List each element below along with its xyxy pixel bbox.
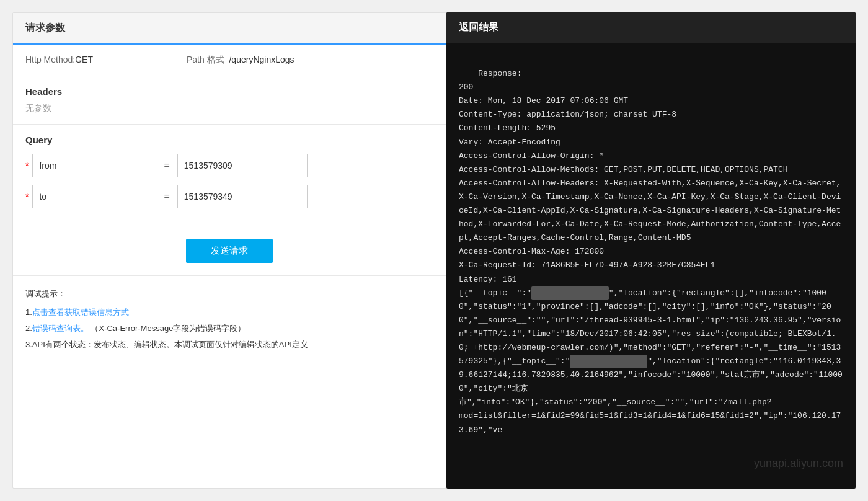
debug-item-3: 3.API有两个状态：发布状态、编辑状态。本调试页面仅针对编辑状态的API定义 [25, 337, 433, 353]
query-name-input-to[interactable] [32, 185, 156, 208]
method-path-row: Http Method:GET Path 格式 /queryNginxLogs [13, 45, 446, 76]
right-panel: 返回结果 Response: 200 Date: Mon, 18 Dec 201… [446, 12, 856, 489]
query-value-input-to[interactable] [177, 185, 308, 208]
no-params-label: 无参数 [25, 103, 433, 114]
debug-title: 调试提示： [25, 286, 433, 302]
debug-text-2: （X-Ca-Error-Message字段为错误码字段） [89, 324, 246, 333]
method-label: Http Method: [25, 55, 75, 64]
blurred-1: ████████████████ [531, 286, 609, 300]
result-content[interactable]: Response: 200 Date: Mon, 18 Dec 2017 07:… [446, 43, 856, 489]
result-title-bar: 返回结果 [446, 12, 856, 43]
blurred-2: ████████████████ [570, 355, 647, 368]
required-star-to: * [25, 192, 29, 202]
debug-item-2: 2.错误码查询表。 （X-Ca-Error-Message字段为错误码字段） [25, 321, 433, 337]
section-title-bar: 请求参数 [13, 13, 446, 45]
query-row-to: * = [25, 185, 433, 208]
query-row-from: * = [25, 154, 433, 177]
query-section: Query * = * = [13, 125, 446, 226]
headers-title: Headers [25, 86, 433, 97]
equals-to: = [164, 191, 169, 202]
method-value: GET [75, 55, 93, 64]
path-value: /queryNginxLogs [229, 55, 294, 64]
method-cell: Http Method:GET [13, 45, 174, 76]
path-cell: Path 格式 /queryNginxLogs [174, 45, 307, 76]
send-button[interactable]: 发送请求 [186, 239, 273, 263]
send-btn-section: 发送请求 [13, 226, 446, 276]
query-name-input-from[interactable] [32, 154, 156, 177]
debug-link-2[interactable]: 错误码查询表。 [32, 324, 89, 333]
json-part5: 京市","adcode":"110000","city":"北京 市","inf… [459, 370, 843, 434]
json-part1: [{"__topic__":" [459, 288, 531, 298]
headers-section: Headers 无参数 [13, 76, 446, 125]
required-star-from: * [25, 161, 29, 171]
section-title: 请求参数 [25, 22, 433, 35]
debug-text-3: API有两个状态：发布状态、编辑状态。本调试页面仅针对编辑状态的API定义 [32, 340, 308, 349]
debug-link-1[interactable]: 点击查看获取错误信息方式 [32, 308, 129, 317]
query-value-input-from[interactable] [177, 154, 308, 177]
debug-section: 调试提示： 1.点击查看获取错误信息方式 2.错误码查询表。 （X-Ca-Err… [13, 276, 446, 363]
result-title: 返回结果 [459, 21, 843, 34]
debug-item-1: 1.点击查看获取错误信息方式 [25, 304, 433, 321]
path-label: Path 格式 [187, 55, 224, 64]
equals-from: = [164, 160, 169, 171]
left-panel: 请求参数 Http Method:GET Path 格式 /queryNginx… [12, 12, 446, 489]
response-text: Response: 200 Date: Mon, 18 Dec 2017 07:… [459, 69, 841, 283]
query-title: Query [25, 135, 433, 145]
